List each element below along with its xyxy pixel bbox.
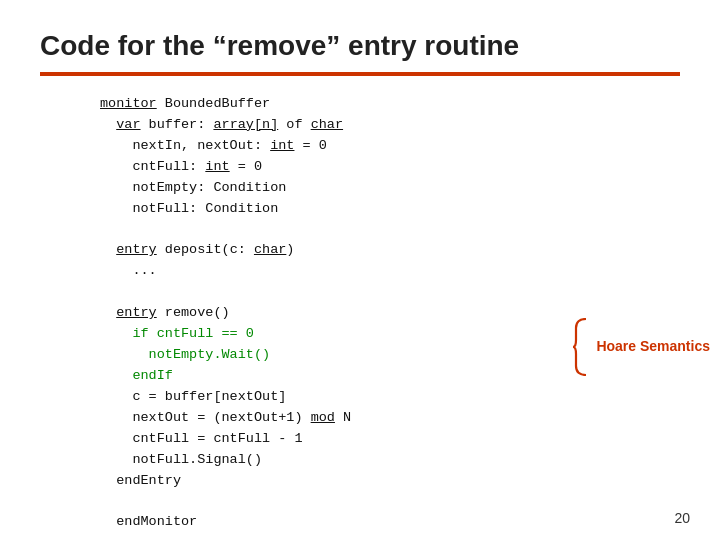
code-block: monitor BoundedBuffer var buffer: array[… — [100, 94, 680, 533]
code-line-cntfull-dec: cntFull = cntFull - 1 — [100, 429, 680, 450]
code-line-dots: ... — [100, 261, 680, 282]
code-line-endmonitor: endMonitor — [100, 512, 680, 533]
slide-title: Code for the “remove” entry routine — [40, 30, 680, 62]
hoare-label: Hoare Semantics — [596, 336, 710, 358]
code-line-cntfull-decl: cntFull: int = 0 — [100, 157, 680, 178]
code-line-assign-c: c = buffer[nextOut] — [100, 387, 680, 408]
code-line-signal: notFull.Signal() — [100, 450, 680, 471]
title-divider — [40, 72, 680, 76]
code-line-deposit: entry deposit(c: char) — [100, 240, 680, 261]
code-line-blank2 — [100, 282, 680, 303]
code-line-monitor: monitor BoundedBuffer — [100, 94, 680, 115]
code-line-endentry: endEntry — [100, 471, 680, 492]
entry-remove-block: entry remove() if cntFull == 0 notEmpty.… — [100, 303, 680, 491]
slide: Code for the “remove” entry routine moni… — [0, 0, 720, 540]
code-line-notfull-decl: notFull: Condition — [100, 199, 680, 220]
brace-icon — [572, 318, 590, 376]
code-line-notempty-decl: notEmpty: Condition — [100, 178, 680, 199]
code-line-nextout: nextOut = (nextOut+1) mod N — [100, 408, 680, 429]
code-line-blank3 — [100, 492, 680, 513]
code-line-blank1 — [100, 220, 680, 241]
page-number: 20 — [674, 510, 690, 526]
code-line-nextin: nextIn, nextOut: int = 0 — [100, 136, 680, 157]
code-line-var: var buffer: array[n] of char — [100, 115, 680, 136]
hoare-annotation: Hoare Semantics — [572, 318, 710, 376]
